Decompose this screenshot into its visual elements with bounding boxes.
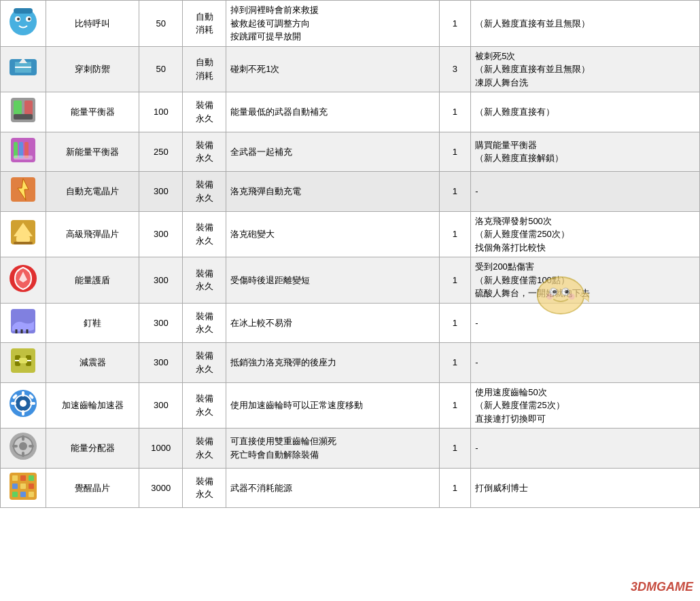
item-effect-damper: 抵銷強力洛克飛彈的後座力 <box>226 343 440 383</box>
item-name-auto-charge: 自動充電晶片 <box>46 172 139 212</box>
watermark: 3DMGAME <box>631 580 693 594</box>
svg-rect-50 <box>22 452 24 457</box>
svg-rect-42 <box>11 402 16 405</box>
item-type-awaken: 裝備 永久 <box>183 468 226 508</box>
item-max-auto-charge: 1 <box>439 172 470 212</box>
svg-rect-40 <box>22 391 24 397</box>
svg-rect-60 <box>12 492 18 497</box>
svg-rect-55 <box>20 475 26 481</box>
item-note-damper: - <box>471 343 700 383</box>
table-row: 減震器300裝備 永久抵銷強力洛克飛彈的後座力1- <box>1 343 700 383</box>
icon-energy-shield <box>1 257 46 304</box>
svg-rect-57 <box>12 484 18 489</box>
item-effect-energy-shield: 受傷時後退距離變短 <box>226 257 440 304</box>
icon-gear-accel <box>1 382 46 429</box>
item-effect-pierce: 碰刺不死1次 <box>226 46 440 92</box>
item-name-new-energy: 新能量平衡器 <box>46 132 139 172</box>
item-name-gear-accel: 加速齒輪加速器 <box>46 382 139 429</box>
icon-new-energy <box>1 132 46 172</box>
table-row: 自動充電晶片300裝備 永久洛克飛彈自動充電1- <box>1 172 700 212</box>
icon-damper <box>1 343 46 383</box>
svg-rect-13 <box>14 114 33 120</box>
item-effect-energy-dist: 可直接使用雙重齒輪但瀕死 死亡時會自動解除裝備 <box>226 429 440 469</box>
item-note-energy-dist: - <box>471 429 700 469</box>
svg-point-3 <box>17 18 20 20</box>
svg-rect-58 <box>20 484 26 489</box>
item-effect-adv-bullet: 洛克砲變大 <box>226 211 440 257</box>
svg-rect-59 <box>29 484 34 489</box>
item-price-energy-shield: 300 <box>139 257 183 304</box>
icon-adv-bullet <box>1 211 46 257</box>
item-effect-bihu: 掉到洞裡時會前來救援 被救起後可調整方向 按跳躍可提早放開 <box>226 1 440 47</box>
table-row: 加速齒輪加速器300裝備 永久使用加速齒輪時可以正常速度移動1使用速度齒輪50次… <box>1 382 700 429</box>
item-note-nail-shoe: - <box>471 303 700 343</box>
item-max-new-energy: 1 <box>439 132 470 172</box>
table-row: 新能量平衡器250裝備 永久全武器一起補充1購買能量平衡器 （新人難度直接解鎖） <box>1 132 700 172</box>
item-name-damper: 減震器 <box>46 343 139 383</box>
item-price-awaken: 3000 <box>139 468 183 508</box>
svg-rect-62 <box>29 492 34 497</box>
item-note-new-energy: 購買能量平衡器 （新人難度直接解鎖） <box>471 132 700 172</box>
icon-bihu <box>1 1 46 47</box>
table-row: 高級飛彈晶片300裝備 永久洛克砲變大1洛克飛彈發射500次 （新人難度僅需25… <box>1 211 700 257</box>
icon-awaken <box>1 468 46 508</box>
item-max-bihu: 1 <box>439 1 470 47</box>
item-effect-awaken: 武器不消耗能源 <box>226 468 440 508</box>
item-max-adv-bullet: 1 <box>439 211 470 257</box>
item-effect-new-energy: 全武器一起補充 <box>226 132 440 172</box>
table-row: 穿刺防禦50自動 消耗碰刺不死1次3被刺死5次 （新人難度直接有並且無限） 凍原… <box>1 46 700 92</box>
item-type-energy-dist: 裝備 永久 <box>183 429 226 469</box>
item-name-pierce: 穿刺防禦 <box>46 46 139 92</box>
item-type-nail-shoe: 裝備 永久 <box>183 303 226 343</box>
item-price-adv-bullet: 300 <box>139 211 183 257</box>
icon-auto-charge <box>1 172 46 212</box>
table-row: 比特呼叫50自動 消耗掉到洞裡時會前來救援 被救起後可調整方向 按跳躍可提早放開… <box>1 1 700 47</box>
icon-energy-dist <box>1 429 46 469</box>
item-name-nail-shoe: 釘鞋 <box>46 303 139 343</box>
item-type-gear-accel: 裝備 永久 <box>183 382 226 429</box>
item-name-bihu: 比特呼叫 <box>46 1 139 47</box>
svg-rect-24 <box>14 242 33 244</box>
item-max-gear-accel: 1 <box>439 382 470 429</box>
item-effect-nail-shoe: 在冰上較不易滑 <box>226 303 440 343</box>
item-price-pierce: 50 <box>139 46 183 92</box>
svg-rect-23 <box>16 236 30 242</box>
item-note-pierce: 被刺死5次 （新人難度直接有並且無限） 凍原人舞台洗 <box>471 46 700 92</box>
item-note-bihu: （新人難度直接有並且無限） <box>471 1 700 47</box>
svg-rect-34 <box>19 358 27 363</box>
table-row: 釘鞋300裝備 永久在冰上較不易滑1- <box>1 303 700 343</box>
svg-rect-52 <box>29 445 34 448</box>
item-type-new-energy: 裝備 永久 <box>183 132 226 172</box>
table-row: 能量分配器1000裝備 永久可直接使用雙重齒輪但瀕死 死亡時會自動解除裝備1- <box>1 429 700 469</box>
item-max-damper: 1 <box>439 343 470 383</box>
item-note-energy-bal: （新人難度直接有） <box>471 92 700 132</box>
item-name-adv-bullet: 高級飛彈晶片 <box>46 211 139 257</box>
item-name-energy-shield: 能量護盾 <box>46 257 139 304</box>
svg-rect-56 <box>29 475 34 481</box>
svg-point-4 <box>28 18 31 20</box>
svg-rect-43 <box>30 402 35 405</box>
item-type-energy-shield: 裝備 永久 <box>183 257 226 304</box>
item-effect-energy-bal: 能量最低的武器自動補充 <box>226 92 440 132</box>
svg-rect-41 <box>22 410 24 416</box>
item-price-gear-accel: 300 <box>139 382 183 429</box>
main-container: 比特呼叫50自動 消耗掉到洞裡時會前來救援 被救起後可調整方向 按跳躍可提早放開… <box>0 0 700 601</box>
item-max-pierce: 3 <box>439 46 470 92</box>
item-max-awaken: 1 <box>439 468 470 508</box>
item-type-damper: 裝備 永久 <box>183 343 226 383</box>
item-note-auto-charge: - <box>471 172 700 212</box>
item-effect-gear-accel: 使用加速齒輪時可以正常速度移動 <box>226 382 440 429</box>
item-note-energy-shield: 受到200點傷害 （新人難度僅需100點） 硫酸人舞台，一開始就泡下去 <box>471 257 700 304</box>
item-max-energy-dist: 1 <box>439 429 470 469</box>
item-max-energy-bal: 1 <box>439 92 470 132</box>
item-type-energy-bal: 裝備 永久 <box>183 92 226 132</box>
item-name-energy-bal: 能量平衡器 <box>46 92 139 132</box>
item-effect-auto-charge: 洛克飛彈自動充電 <box>226 172 440 212</box>
svg-point-39 <box>20 400 27 407</box>
item-type-auto-charge: 裝備 永久 <box>183 172 226 212</box>
table-row: 能量平衡器100裝備 永久能量最低的武器自動補充1（新人難度直接有） <box>1 92 700 132</box>
item-type-pierce: 自動 消耗 <box>183 46 226 92</box>
icon-energy-bal <box>1 92 46 132</box>
item-type-bihu: 自動 消耗 <box>183 1 226 47</box>
icon-nail-shoe <box>1 303 46 343</box>
